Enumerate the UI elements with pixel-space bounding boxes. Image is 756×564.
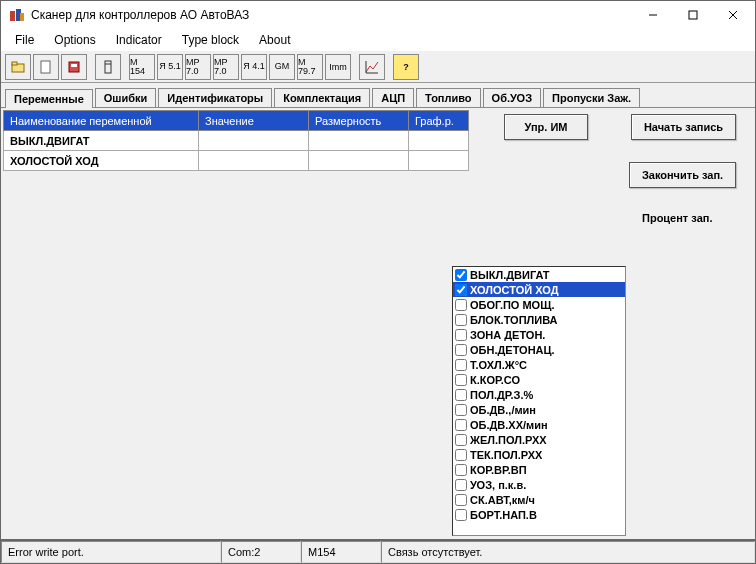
percent-label: Процент зап. bbox=[642, 212, 712, 224]
new-icon[interactable] bbox=[33, 54, 59, 80]
list-item-checkbox[interactable] bbox=[455, 299, 467, 311]
list-item-checkbox[interactable] bbox=[455, 479, 467, 491]
tab-obuoz[interactable]: Об.УОЗ bbox=[483, 88, 541, 107]
list-item-label: ОБН.ДЕТОНАЦ. bbox=[470, 344, 555, 356]
list-item-label: ЗОНА ДЕТОН. bbox=[470, 329, 545, 341]
list-item-checkbox[interactable] bbox=[455, 404, 467, 416]
cell-value bbox=[199, 131, 309, 151]
status-block: M154 bbox=[301, 541, 381, 563]
minimize-button[interactable] bbox=[633, 2, 673, 28]
list-item[interactable]: БЛОК.ТОПЛИВА bbox=[453, 312, 625, 327]
list-item-checkbox[interactable] bbox=[455, 269, 467, 281]
svg-rect-12 bbox=[105, 61, 111, 73]
variables-grid: Наименование переменной Значение Размерн… bbox=[3, 110, 469, 171]
list-item-checkbox[interactable] bbox=[455, 389, 467, 401]
upr-im-button[interactable]: Упр. ИМ bbox=[504, 114, 588, 140]
list-item[interactable]: ЖЕЛ.ПОЛ.РХХ bbox=[453, 432, 625, 447]
chart-icon[interactable] bbox=[359, 54, 385, 80]
app-window: Сканер для контроллеров АО АвтоВАЗ File … bbox=[0, 0, 756, 564]
table-row[interactable]: ХОЛОСТОЙ ХОД bbox=[4, 151, 469, 171]
list-item-label: ОБОГ.ПО МОЩ. bbox=[470, 299, 554, 311]
list-item[interactable]: БОРТ.НАП.В bbox=[453, 507, 625, 522]
menu-file[interactable]: File bbox=[5, 31, 44, 49]
grid-header-value: Значение bbox=[199, 111, 309, 131]
list-item[interactable]: ВЫКЛ.ДВИГАТ bbox=[453, 267, 625, 282]
list-item[interactable]: К.КОР.СО bbox=[453, 372, 625, 387]
help-icon[interactable]: ? bbox=[393, 54, 419, 80]
svg-rect-9 bbox=[41, 61, 50, 73]
list-item-checkbox[interactable] bbox=[455, 419, 467, 431]
toolbar-gm[interactable]: GM bbox=[269, 54, 295, 80]
toolbar-m797[interactable]: M 79.7 bbox=[297, 54, 323, 80]
tab-misfires[interactable]: Пропуски Заж. bbox=[543, 88, 640, 107]
list-item-checkbox[interactable] bbox=[455, 314, 467, 326]
list-item-checkbox[interactable] bbox=[455, 374, 467, 386]
menu-about[interactable]: About bbox=[249, 31, 300, 49]
tab-complect[interactable]: Комплектация bbox=[274, 88, 370, 107]
list-item-checkbox[interactable] bbox=[455, 434, 467, 446]
connect-icon[interactable] bbox=[95, 54, 121, 80]
toolbar-ya51[interactable]: Я 5.1 bbox=[157, 54, 183, 80]
tab-identifiers[interactable]: Идентификаторы bbox=[158, 88, 272, 107]
list-item[interactable]: ОБ.ДВ.ХХ/мин bbox=[453, 417, 625, 432]
svg-rect-8 bbox=[12, 62, 17, 65]
list-item[interactable]: КОР.ВР.ВП bbox=[453, 462, 625, 477]
list-item-checkbox[interactable] bbox=[455, 464, 467, 476]
list-item-label: БОРТ.НАП.В bbox=[470, 509, 537, 521]
list-item-checkbox[interactable] bbox=[455, 449, 467, 461]
tab-errors[interactable]: Ошибки bbox=[95, 88, 157, 107]
start-record-button[interactable]: Начать запись bbox=[631, 114, 736, 140]
list-item-label: ЖЕЛ.ПОЛ.РХХ bbox=[470, 434, 547, 446]
list-item[interactable]: ОБН.ДЕТОНАЦ. bbox=[453, 342, 625, 357]
maximize-button[interactable] bbox=[673, 2, 713, 28]
toolbar-ya41[interactable]: Я 4.1 bbox=[241, 54, 267, 80]
toolbar: M 154 Я 5.1 MP 7.0 MP 7.0 Я 4.1 GM M 79.… bbox=[1, 51, 755, 83]
open-icon[interactable] bbox=[5, 54, 31, 80]
app-icon bbox=[7, 5, 27, 25]
tab-acp[interactable]: АЦП bbox=[372, 88, 414, 107]
cell-name: ХОЛОСТОЙ ХОД bbox=[4, 151, 199, 171]
svg-rect-4 bbox=[689, 11, 697, 19]
main-area: Наименование переменной Значение Размерн… bbox=[1, 107, 755, 539]
grid-header-graph: Граф.р. bbox=[409, 111, 469, 131]
close-button[interactable] bbox=[713, 2, 753, 28]
toolbar-imm[interactable]: Imm bbox=[325, 54, 351, 80]
device-icon[interactable] bbox=[61, 54, 87, 80]
tab-variables[interactable]: Переменные bbox=[5, 89, 93, 108]
list-item-checkbox[interactable] bbox=[455, 329, 467, 341]
toolbar-mp70a[interactable]: MP 7.0 bbox=[185, 54, 211, 80]
list-item-checkbox[interactable] bbox=[455, 494, 467, 506]
toolbar-m154[interactable]: M 154 bbox=[129, 54, 155, 80]
list-item[interactable]: ОБ.ДВ.,/мин bbox=[453, 402, 625, 417]
list-item[interactable]: УОЗ, п.к.в. bbox=[453, 477, 625, 492]
table-row[interactable]: ВЫКЛ.ДВИГАТ bbox=[4, 131, 469, 151]
stop-record-button[interactable]: Закончить зап. bbox=[629, 162, 736, 188]
menu-typeblock[interactable]: Type block bbox=[172, 31, 249, 49]
status-error: Error write port. bbox=[1, 541, 221, 563]
menu-indicator[interactable]: Indicator bbox=[106, 31, 172, 49]
grid-header-unit: Размерность bbox=[309, 111, 409, 131]
titlebar: Сканер для контроллеров АО АвтоВАЗ bbox=[1, 1, 755, 29]
list-item[interactable]: ПОЛ.ДР.З.% bbox=[453, 387, 625, 402]
list-item-label: БЛОК.ТОПЛИВА bbox=[470, 314, 558, 326]
list-item[interactable]: СК.АВТ,км/ч bbox=[453, 492, 625, 507]
list-item-label: К.КОР.СО bbox=[470, 374, 520, 386]
list-item-checkbox[interactable] bbox=[455, 359, 467, 371]
list-item-checkbox[interactable] bbox=[455, 284, 467, 296]
toolbar-mp70b[interactable]: MP 7.0 bbox=[213, 54, 239, 80]
list-item[interactable]: ЗОНА ДЕТОН. bbox=[453, 327, 625, 342]
list-item[interactable]: ХОЛОСТОЙ ХОД bbox=[453, 282, 625, 297]
cell-graph bbox=[409, 151, 469, 171]
list-item[interactable]: Т.ОХЛ.Ж°С bbox=[453, 357, 625, 372]
list-item[interactable]: ОБОГ.ПО МОЩ. bbox=[453, 297, 625, 312]
list-item-checkbox[interactable] bbox=[455, 509, 467, 521]
variables-checklist[interactable]: ВЫКЛ.ДВИГАТХОЛОСТОЙ ХОДОБОГ.ПО МОЩ.БЛОК.… bbox=[452, 266, 626, 536]
svg-rect-0 bbox=[10, 11, 15, 21]
menu-options[interactable]: Options bbox=[44, 31, 105, 49]
list-item-label: ОБ.ДВ.,/мин bbox=[470, 404, 536, 416]
window-title: Сканер для контроллеров АО АвтоВАЗ bbox=[31, 8, 633, 22]
tab-fuel[interactable]: Топливо bbox=[416, 88, 480, 107]
list-item-checkbox[interactable] bbox=[455, 344, 467, 356]
list-item-label: ХОЛОСТОЙ ХОД bbox=[470, 284, 559, 296]
list-item[interactable]: ТЕК.ПОЛ.РХХ bbox=[453, 447, 625, 462]
